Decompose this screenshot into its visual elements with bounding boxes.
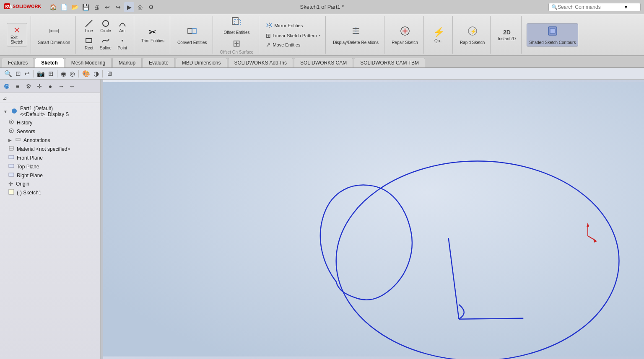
shadows-button[interactable]: ◑ bbox=[93, 69, 100, 78]
tab-markup[interactable]: Markup bbox=[112, 58, 142, 67]
configuration-manager-icon[interactable]: ⚙ bbox=[23, 81, 34, 91]
tree-item-origin[interactable]: ✛ Origin bbox=[0, 180, 100, 188]
tree-label-front-plane: Front Plane bbox=[17, 155, 43, 161]
property-manager-icon[interactable]: ≡ bbox=[13, 81, 23, 91]
expand-icon[interactable]: → bbox=[56, 81, 66, 91]
zoom-to-area-button[interactable]: ⊡ bbox=[15, 69, 22, 78]
ribbon-group-quicksnaps: ⚡ Qu... bbox=[426, 16, 453, 54]
rapid-sketch-icon: ⚡ bbox=[467, 25, 478, 39]
tree-item-sketch1[interactable]: (-) Sketch1 bbox=[0, 188, 100, 197]
display-delete-relations-button[interactable]: Display/Delete Relations bbox=[331, 24, 381, 46]
tree-label-sensors: Sensors bbox=[17, 129, 35, 134]
print-button[interactable]: 🖨 bbox=[91, 2, 101, 12]
tree-item-annotations[interactable]: ▶ Annotations bbox=[0, 136, 100, 145]
right-plane-icon bbox=[8, 172, 14, 179]
hide-show-button[interactable]: ◉ bbox=[60, 69, 67, 78]
redo-button[interactable]: ↪ bbox=[113, 2, 123, 12]
smart-dimension-button[interactable]: Smart Dimension bbox=[36, 24, 73, 46]
instant2d-button[interactable]: 2D Instant2D bbox=[496, 28, 518, 42]
svg-text:FM: FM bbox=[5, 85, 10, 89]
search-box[interactable]: 🔍 ▾ bbox=[548, 3, 641, 11]
view-sep-4 bbox=[102, 70, 103, 77]
options-button[interactable]: ⚙ bbox=[146, 2, 156, 12]
circle-button[interactable]: Circle bbox=[98, 18, 114, 34]
tree-item-history[interactable]: History bbox=[0, 118, 100, 127]
snap-button[interactable]: ◎ bbox=[135, 2, 145, 12]
tree-item-right-plane[interactable]: Right Plane bbox=[0, 171, 100, 180]
view-toolbar: 🔍 ⊡ ↩ 📷 ⊞ ◉ ◎ 🎨 ◑ 🖥 bbox=[0, 68, 644, 80]
arc-button[interactable]: Arc bbox=[114, 18, 130, 34]
shaded-sketch-contours-button[interactable]: Shaded Sketch Contours bbox=[527, 23, 578, 46]
view-orientation-button[interactable]: ⊞ bbox=[47, 69, 55, 78]
mirror-entities-label: Mirror Entities bbox=[274, 23, 303, 28]
svg-rect-40 bbox=[9, 173, 14, 176]
tab-solidworks-addins[interactable]: SOLIDWORKS Add-Ins bbox=[228, 58, 293, 67]
tree-label-history: History bbox=[17, 120, 32, 126]
svg-rect-12 bbox=[188, 28, 192, 34]
undo-button[interactable]: ↩ bbox=[102, 2, 112, 12]
offset-on-surface-icon: ⊞ bbox=[233, 38, 240, 49]
instant2d-label: Instant2D bbox=[498, 36, 516, 41]
move-entities-label: Move Entities bbox=[273, 42, 300, 47]
move-entities-button[interactable]: ↗ Move Entities bbox=[264, 41, 322, 49]
search-icon: 🔍 bbox=[551, 4, 558, 10]
svg-rect-38 bbox=[9, 155, 14, 159]
point-button[interactable]: Point bbox=[114, 35, 130, 52]
exit-sketch-button[interactable]: ✕ ExitSketch bbox=[7, 23, 27, 46]
offset-entities-button[interactable]: Offset Entities bbox=[221, 14, 252, 36]
mirror-entities-icon bbox=[266, 22, 273, 30]
tree-item-sensors[interactable]: Sensors bbox=[0, 127, 100, 136]
trim-entities-button[interactable]: ✂ Trim Entities bbox=[139, 26, 166, 44]
spline-button[interactable]: Spline bbox=[98, 35, 114, 52]
repair-sketch-button[interactable]: Repair Sketch bbox=[390, 24, 420, 46]
ribbon: ✕ ExitSketch Smart Dimension Line bbox=[0, 14, 644, 56]
tab-features[interactable]: Features bbox=[2, 58, 34, 67]
sidebar: FM ≡ ⚙ ✛ ● → ← ⊿ ▼ Part1 (Default) <<Def… bbox=[0, 80, 101, 359]
select-button[interactable]: ▶ bbox=[124, 2, 134, 12]
display-manager-button[interactable]: 🖥 bbox=[105, 69, 113, 78]
new-button[interactable]: 📄 bbox=[59, 2, 69, 12]
plus-icon[interactable]: ✛ bbox=[34, 81, 44, 91]
tree-item-material[interactable]: Material <not specified> bbox=[0, 145, 100, 153]
tab-evaluate[interactable]: Evaluate bbox=[143, 58, 175, 67]
appearance-icon[interactable]: ● bbox=[45, 81, 55, 91]
part1-icon bbox=[11, 108, 18, 116]
rectangle-button[interactable]: Rect bbox=[81, 35, 97, 52]
tab-mesh-modeling[interactable]: Mesh Modeling bbox=[65, 58, 112, 67]
linear-sketch-pattern-button[interactable]: ⊞ Linear Sketch Pattern ▾ bbox=[264, 31, 322, 40]
section-view-button[interactable]: ◎ bbox=[69, 69, 76, 78]
quick-snaps-button[interactable]: ⚡ Qu... bbox=[429, 26, 449, 44]
tab-solidworks-cam[interactable]: SOLIDWORKS CAM bbox=[294, 58, 353, 67]
open-button[interactable]: 📂 bbox=[70, 2, 80, 12]
line-button[interactable]: Line bbox=[81, 18, 97, 34]
view-sep-2 bbox=[57, 70, 57, 77]
svg-point-11 bbox=[122, 40, 123, 41]
tab-sketch[interactable]: Sketch bbox=[35, 58, 64, 67]
ribbon-group-lines: Line Circle Arc Rect Spline Point bbox=[78, 16, 134, 54]
convert-entities-button[interactable]: Convert Entities bbox=[175, 24, 209, 46]
tree-item-front-plane[interactable]: Front Plane bbox=[0, 153, 100, 162]
tree-item-top-plane[interactable]: Top Plane bbox=[0, 162, 100, 171]
exit-sketch-label: ExitSketch bbox=[10, 35, 23, 44]
tab-solidworks-cam-tbm[interactable]: SOLIDWORKS CAM TBM bbox=[354, 58, 425, 67]
canvas[interactable]: Y X bbox=[103, 80, 644, 359]
tree-label-sketch1: (-) Sketch1 bbox=[17, 190, 42, 196]
search-input[interactable] bbox=[558, 4, 625, 10]
feature-manager-icon[interactable]: FM bbox=[2, 81, 12, 91]
rapid-sketch-button[interactable]: ⚡ Rapid Sketch bbox=[458, 24, 487, 46]
ribbon-group-convert: Convert Entities bbox=[172, 16, 213, 54]
display-style-button[interactable]: 🎨 bbox=[81, 69, 91, 78]
offset-on-surface-button[interactable]: ⊞ Offset On Surface bbox=[218, 37, 256, 56]
mirror-entities-button[interactable]: Mirror Entities bbox=[264, 21, 322, 31]
sw-logo-text: SW SOLIDWORKS bbox=[3, 2, 41, 12]
filter-icon[interactable]: ⊿ bbox=[3, 95, 7, 101]
home-button[interactable]: 🏠 bbox=[48, 2, 58, 12]
previous-view-button[interactable]: ↩ bbox=[23, 69, 31, 78]
standard-views-button[interactable]: 📷 bbox=[36, 69, 46, 78]
svg-point-9 bbox=[103, 21, 109, 26]
tab-mbd-dimensions[interactable]: MBD Dimensions bbox=[176, 58, 227, 67]
zoom-to-fit-button[interactable]: 🔍 bbox=[3, 69, 13, 78]
save-button[interactable]: 💾 bbox=[80, 2, 91, 12]
tree-item-part1[interactable]: ▼ Part1 (Default) <<Default>_Display S bbox=[0, 105, 100, 118]
collapse-icon[interactable]: ← bbox=[67, 81, 77, 91]
